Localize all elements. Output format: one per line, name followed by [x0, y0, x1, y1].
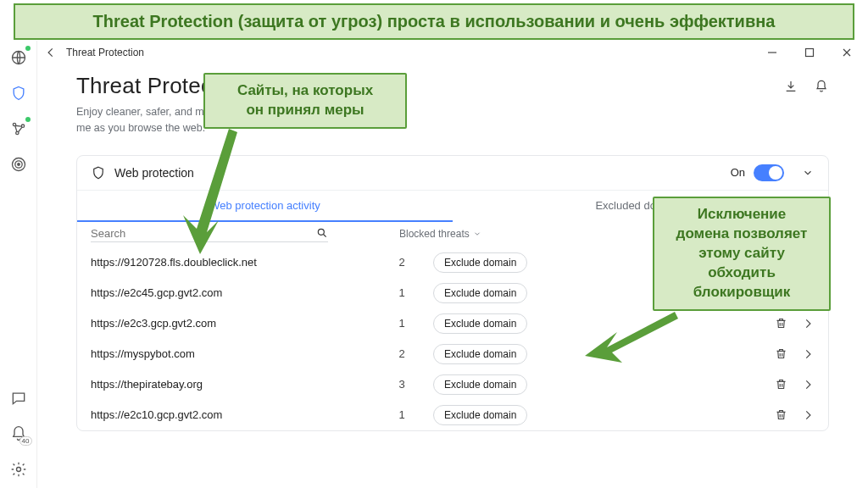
- back-button[interactable]: [44, 46, 58, 59]
- web-protection-toggle[interactable]: [754, 164, 784, 181]
- exclude-domain-button[interactable]: Exclude domain: [433, 344, 527, 364]
- table-row: https://e2c10.gcp.gvt2.com 1 Exclude dom…: [77, 400, 828, 430]
- window-title: Threat Protection: [66, 47, 144, 58]
- row-url: https://thepiratebay.org: [91, 378, 370, 391]
- row-url: https://e2c10.gcp.gvt2.com: [91, 408, 370, 421]
- exclude-domain-button[interactable]: Exclude domain: [433, 374, 527, 395]
- chat-icon[interactable]: [8, 388, 29, 408]
- exclude-domain-button[interactable]: Exclude domain: [433, 252, 527, 273]
- trash-icon[interactable]: [774, 347, 787, 361]
- arrow-icon: [178, 120, 246, 256]
- shield-icon: [91, 165, 106, 180]
- row-url: https://9120728.fls.doubleclick.net: [91, 256, 370, 269]
- search-icon[interactable]: [316, 227, 328, 239]
- trash-icon[interactable]: [774, 408, 787, 422]
- row-url: https://e2c3.gcp.gvt2.com: [91, 317, 370, 330]
- status-dot-icon: [25, 117, 31, 122]
- svg-point-6: [17, 164, 19, 166]
- exclude-domain-button[interactable]: Exclude domain: [433, 313, 527, 334]
- table-row: https://e2c3.gcp.gvt2.com 1 Exclude doma…: [77, 308, 828, 339]
- maximize-button[interactable]: [795, 42, 824, 63]
- svg-point-3: [15, 131, 18, 134]
- close-button[interactable]: [832, 42, 861, 63]
- mesh-icon[interactable]: [8, 119, 29, 139]
- trash-icon[interactable]: [774, 317, 787, 330]
- svg-point-10: [318, 229, 324, 235]
- annotation-exclude: Исключение домена позволяет этому сайту …: [653, 197, 831, 311]
- svg-rect-9: [806, 49, 814, 57]
- blocked-threats-column[interactable]: Blocked threats: [399, 228, 481, 240]
- globe-icon[interactable]: [8, 47, 29, 68]
- row-count: 3: [381, 378, 423, 391]
- toggle-state-label: On: [731, 166, 745, 179]
- row-count: 1: [381, 317, 423, 330]
- chevron-down-icon[interactable]: [801, 166, 815, 180]
- bell-icon[interactable]: [814, 79, 829, 94]
- gear-icon[interactable]: [8, 459, 29, 480]
- bell-icon[interactable]: 40: [8, 424, 29, 444]
- annotation-sites: Сайты, на которыхон принял меры: [203, 73, 407, 129]
- minimize-button[interactable]: [758, 42, 787, 63]
- shield-icon[interactable]: [8, 83, 29, 103]
- table-row: https://thepiratebay.org 3 Exclude domai…: [77, 369, 828, 400]
- download-icon[interactable]: [783, 79, 798, 94]
- tab-activity[interactable]: Web protection activity: [77, 191, 453, 222]
- chevron-right-icon[interactable]: [801, 408, 815, 422]
- sidebar: 40: [0, 41, 37, 488]
- chevron-right-icon[interactable]: [801, 347, 815, 361]
- row-count: 1: [381, 286, 423, 299]
- row-count: 2: [381, 347, 423, 360]
- svg-point-7: [16, 468, 20, 472]
- status-dot-icon: [25, 46, 31, 51]
- chevron-right-icon[interactable]: [801, 378, 815, 391]
- exclude-domain-button[interactable]: Exclude domain: [433, 283, 527, 303]
- radar-icon[interactable]: [8, 154, 29, 175]
- titlebar: Threat Protection: [37, 41, 868, 64]
- table-row: https://myspybot.com 2 Exclude domain: [77, 339, 828, 369]
- row-url: https://e2c45.gcp.gvt2.com: [91, 286, 370, 299]
- arrow-icon: [581, 305, 683, 373]
- trash-icon[interactable]: [774, 378, 787, 391]
- chevron-right-icon[interactable]: [801, 317, 815, 330]
- row-url: https://myspybot.com: [91, 347, 370, 360]
- svg-point-1: [13, 123, 15, 125]
- exclude-domain-button[interactable]: Exclude domain: [433, 405, 527, 425]
- annotation-banner: Threat Protection (защита от угроз) прос…: [14, 3, 854, 40]
- notification-badge: 40: [19, 436, 32, 446]
- row-count: 1: [381, 408, 423, 421]
- row-count: 2: [381, 256, 423, 269]
